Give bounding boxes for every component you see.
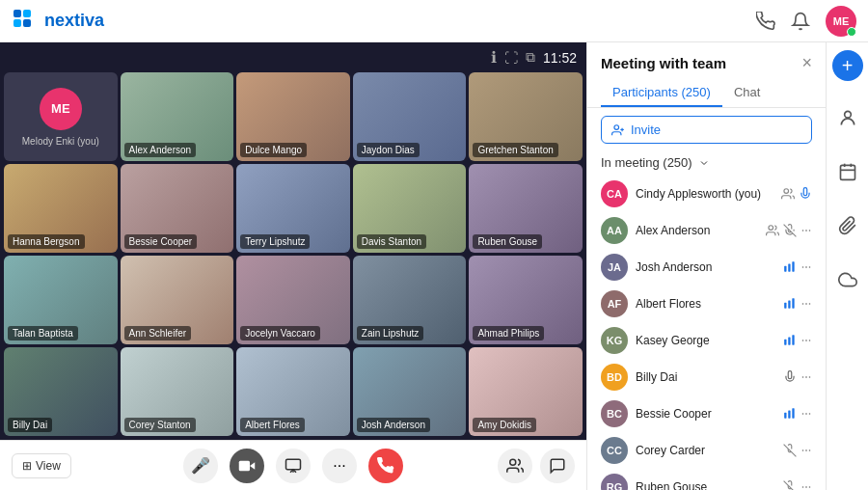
svg-point-24 — [802, 267, 803, 268]
right-panel: Meeting with team × Participants (250) C… — [586, 42, 826, 490]
svg-point-47 — [806, 450, 807, 451]
svg-point-14 — [769, 226, 773, 231]
svg-point-29 — [809, 304, 810, 305]
video-button[interactable] — [230, 449, 264, 483]
view-btn-container: ⊞ View — [12, 453, 71, 478]
svg-point-52 — [809, 487, 810, 488]
video-label: Terry Lipshutz — [240, 234, 310, 249]
participant-avatar: BC — [601, 400, 628, 427]
svg-point-53 — [802, 487, 803, 488]
cloud-icon[interactable] — [830, 262, 865, 297]
svg-rect-32 — [788, 338, 790, 345]
participant-icons — [783, 444, 812, 457]
mic-button[interactable]: 🎤 — [183, 449, 218, 483]
invite-button[interactable]: Invite — [601, 116, 812, 144]
expand-icon[interactable]: ⛶ — [504, 50, 518, 66]
svg-point-48 — [809, 450, 810, 451]
svg-rect-5 — [239, 460, 250, 471]
nextiva-logo-icon — [12, 8, 39, 35]
participant-name: Bessie Cooper — [636, 407, 775, 421]
video-label: Dulce Mango — [240, 143, 307, 157]
video-cell: Jaydon Dias — [353, 72, 467, 161]
video-label: Davis Stanton — [357, 234, 426, 249]
participant-icons — [783, 370, 812, 384]
participant-item[interactable]: AF Albert Flores — [587, 286, 826, 322]
svg-rect-1 — [14, 10, 21, 17]
video-grid: ME Melody Enki (you) Alex Anderson Dulce… — [0, 72, 586, 440]
participant-item[interactable]: CC Corey Carder — [587, 432, 826, 469]
video-cell: Amy Dokidis — [469, 347, 583, 436]
svg-rect-2 — [23, 10, 31, 17]
participant-icons — [766, 224, 812, 237]
participant-item[interactable]: BC Bessie Cooper — [587, 395, 826, 432]
tab-chat[interactable]: Chat — [722, 79, 772, 107]
bell-icon[interactable] — [791, 12, 810, 31]
self-avatar: ME — [40, 88, 82, 130]
paperclip-icon[interactable] — [830, 208, 865, 243]
participants-button[interactable] — [498, 449, 532, 483]
svg-point-45 — [802, 414, 803, 415]
participant-item[interactable]: AA Alex Anderson — [587, 212, 826, 249]
participant-avatar: AA — [601, 217, 628, 244]
more-button[interactable]: ··· — [322, 449, 357, 483]
user-avatar[interactable]: ME — [826, 6, 856, 37]
person-icon[interactable] — [830, 100, 865, 135]
video-cell: Terry Lipshutz — [236, 164, 350, 253]
svg-point-9 — [510, 459, 516, 465]
svg-point-16 — [806, 231, 807, 231]
svg-point-51 — [806, 487, 807, 488]
video-cell: Zain Lipshutz — [353, 256, 467, 344]
participant-icons — [783, 297, 812, 311]
svg-point-38 — [809, 377, 810, 378]
control-bar: ⊞ View 🎤 ··· — [0, 440, 586, 490]
participants-list: CA Cindy Applesworth (you) AA Alex Ander… — [587, 176, 826, 490]
end-call-button[interactable] — [368, 449, 403, 483]
info-icon[interactable]: ℹ — [491, 48, 497, 67]
chat-button[interactable] — [540, 449, 575, 483]
share-button[interactable] — [276, 449, 311, 483]
video-cell: Dulce Mango — [236, 72, 350, 161]
logo: nextiva — [12, 8, 104, 35]
popout-icon[interactable]: ⧉ — [526, 49, 535, 66]
participant-item[interactable]: BD Billy Dai — [587, 359, 826, 395]
panel-close-button[interactable]: × — [801, 54, 812, 71]
participant-name: Josh Anderson — [636, 260, 775, 274]
svg-rect-26 — [788, 301, 790, 309]
participant-icons — [783, 260, 812, 274]
participant-item[interactable]: KG Kasey George — [587, 322, 826, 359]
participant-item[interactable]: CA Cindy Applesworth (you) — [587, 176, 826, 212]
svg-rect-42 — [792, 408, 794, 419]
svg-point-39 — [802, 377, 803, 378]
view-button[interactable]: ⊞ View — [12, 453, 71, 478]
navbar-icons: ME — [756, 6, 856, 37]
video-cell: Gretchen Stanton — [469, 72, 583, 161]
participant-item[interactable]: JA Josh Anderson — [587, 249, 826, 286]
tab-participants[interactable]: Participants (250) — [601, 79, 722, 107]
participant-item[interactable]: RG Ruben Gouse — [587, 469, 826, 490]
logo-text: nextiva — [44, 11, 104, 31]
svg-rect-25 — [784, 303, 786, 309]
video-label: Ruben Gouse — [473, 234, 542, 249]
svg-rect-33 — [792, 335, 794, 345]
video-cell: Bessie Cooper — [121, 164, 234, 253]
video-cell: Ruben Gouse — [469, 164, 583, 253]
in-meeting-label: In meeting (250) — [601, 155, 692, 170]
in-meeting-header[interactable]: In meeting (250) — [587, 151, 826, 176]
svg-point-49 — [802, 450, 803, 451]
grid-icon: ⊞ — [22, 459, 32, 473]
video-cell: Jocelyn Vaccaro — [236, 256, 350, 344]
participant-name: Albert Flores — [636, 297, 775, 311]
svg-point-13 — [784, 189, 789, 194]
svg-rect-7 — [286, 459, 301, 470]
video-toolbar: ℹ ⛶ ⧉ 11:52 — [0, 42, 586, 72]
participant-icons — [783, 480, 812, 490]
video-cell: Talan Baptista — [4, 256, 118, 344]
calendar-icon[interactable] — [830, 154, 865, 189]
view-label: View — [36, 459, 61, 473]
svg-rect-3 — [14, 19, 21, 27]
phone-icon[interactable] — [756, 12, 775, 31]
add-button[interactable]: + — [832, 50, 863, 81]
participant-avatar: KG — [601, 327, 628, 354]
video-label: Billy Dai — [8, 418, 52, 432]
video-label: Jocelyn Vaccaro — [240, 326, 320, 340]
